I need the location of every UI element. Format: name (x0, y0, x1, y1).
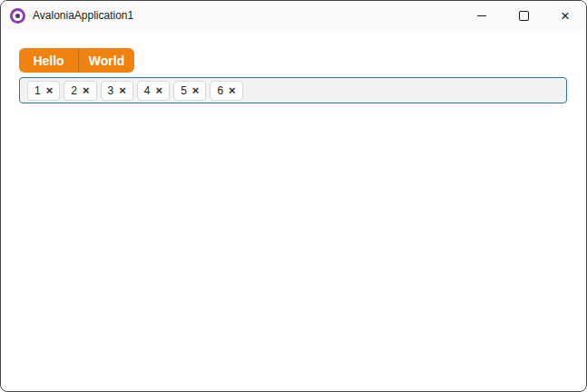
tag-chip-label: 1 (34, 84, 41, 97)
remove-tag-icon[interactable]: × (46, 84, 54, 96)
close-button[interactable]: × (544, 1, 586, 30)
tag-chip-label: 2 (71, 84, 77, 97)
minimize-button[interactable] (461, 1, 503, 30)
remove-tag-icon[interactable]: × (83, 84, 90, 96)
maximize-button[interactable] (503, 1, 544, 30)
window-title: AvaloniaApplication1 (33, 9, 133, 22)
button-row: Hello World (19, 48, 586, 73)
window-content: Hello World 1 × 2 × 3 × 4 × 5 × (1, 48, 586, 103)
tag-chip-label: 4 (144, 84, 151, 97)
avalonia-logo-icon (10, 8, 25, 24)
tag-chip: 3 × (101, 81, 133, 101)
tag-input-box[interactable]: 1 × 2 × 3 × 4 × 5 × 6 × (19, 77, 567, 103)
tag-chip-label: 3 (108, 84, 114, 97)
tag-chip: 6 × (210, 81, 242, 101)
minimize-icon (477, 15, 486, 16)
window-controls: × (461, 1, 586, 30)
world-button[interactable]: World (78, 48, 134, 73)
titlebar: AvaloniaApplication1 × (1, 1, 586, 30)
remove-tag-icon[interactable]: × (192, 84, 200, 96)
tag-chip: 4 × (137, 81, 170, 101)
close-icon: × (561, 8, 570, 24)
tag-chip: 2 × (64, 81, 96, 101)
tag-chip-label: 6 (217, 84, 223, 97)
app-window: AvaloniaApplication1 × Hello World 1 × 2 (0, 0, 587, 392)
remove-tag-icon[interactable]: × (156, 84, 163, 96)
tag-chip: 5 × (173, 81, 206, 101)
tag-chip: 1 × (27, 81, 60, 101)
remove-tag-icon[interactable]: × (119, 84, 126, 96)
remove-tag-icon[interactable]: × (229, 84, 236, 96)
tag-chip-label: 5 (181, 84, 187, 97)
maximize-icon (519, 11, 529, 21)
hello-button[interactable]: Hello (19, 48, 78, 73)
